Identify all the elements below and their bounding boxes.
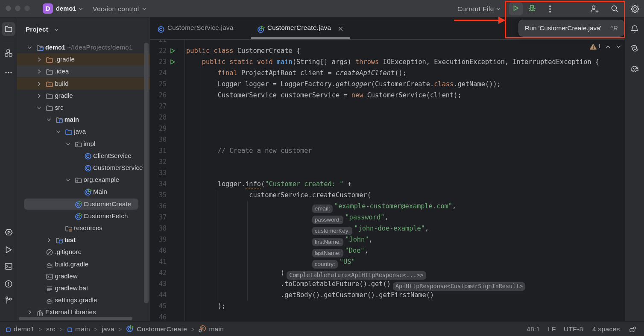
line-number[interactable]: 31: [150, 145, 167, 156]
line-number[interactable]: 45: [150, 301, 167, 312]
tab-CustomerCreate.java[interactable]: CustomerCreate.java: [267, 18, 331, 38]
line-number[interactable]: 29: [150, 123, 167, 134]
breadcrumb-item-demo1[interactable]: demo1: [14, 325, 35, 333]
line-number[interactable]: 42: [150, 267, 167, 278]
tree-row--idea[interactable]: .idea: [17, 65, 150, 77]
line-number[interactable]: 37: [150, 212, 167, 223]
window-close-button[interactable]: [6, 6, 11, 11]
tree-row-java[interactable]: java: [17, 126, 150, 137]
caret-position[interactable]: 48:1: [527, 321, 540, 336]
line-separator[interactable]: LF: [548, 321, 556, 336]
project-vertical-scrollbar[interactable]: [144, 43, 149, 303]
structure-icon[interactable]: [4, 49, 13, 57]
line-number[interactable]: 46: [150, 312, 167, 321]
line-number[interactable]: 24: [150, 67, 167, 79]
run-configuration-selector[interactable]: Current File: [457, 0, 494, 18]
line-number[interactable]: 28: [150, 112, 167, 123]
vcs-widget[interactable]: Version control: [93, 0, 139, 18]
notifications-icon[interactable]: [630, 24, 639, 34]
tab-CustomerService.java[interactable]: CustomerService.java: [167, 18, 234, 38]
tree-chevron-down-icon[interactable]: [65, 141, 71, 147]
breadcrumb-item-main[interactable]: main: [209, 325, 224, 333]
run-line-icon[interactable]: [170, 59, 176, 65]
tree-row--gitignore[interactable]: .gitignore: [17, 246, 150, 258]
run-line-icon[interactable]: [170, 48, 176, 54]
code-viewport[interactable]: 2122public class CustomerCreate {23 publ…: [150, 40, 625, 321]
services-icon[interactable]: [4, 228, 13, 237]
project-icon[interactable]: [4, 25, 13, 33]
tree-row-settings-gradle[interactable]: settings.gradle: [17, 294, 150, 306]
tree-row-main[interactable]: Main: [17, 186, 150, 198]
ai-assistant-icon[interactable]: [630, 44, 639, 53]
line-number[interactable]: 26: [150, 90, 167, 101]
git-icon[interactable]: [4, 296, 13, 304]
line-number[interactable]: 30: [150, 134, 167, 145]
line-number[interactable]: 35: [150, 190, 167, 201]
tree-row-impl[interactable]: impl: [17, 138, 150, 150]
tree-row-gradlew[interactable]: gradlew: [17, 270, 150, 282]
line-number[interactable]: 44: [150, 289, 167, 301]
tree-chevron-right-icon[interactable]: [36, 57, 42, 62]
tree-chevron-right-icon[interactable]: [36, 81, 42, 87]
tree-row-customercreate[interactable]: CustomerCreate: [17, 198, 150, 210]
tree-row-external-libraries[interactable]: External Libraries: [17, 306, 150, 318]
run-tool-icon[interactable]: [4, 245, 13, 254]
line-number[interactable]: 32: [150, 156, 167, 167]
project-panel-title[interactable]: Project: [26, 18, 48, 41]
tree-chevron-right-icon[interactable]: [36, 93, 42, 99]
breadcrumb[interactable]: demo1>src>main>java> CustomerCreate> m m…: [6, 321, 224, 336]
line-number[interactable]: 27: [150, 101, 167, 112]
line-number[interactable]: 21: [150, 40, 167, 45]
breadcrumb-item-main[interactable]: main: [75, 325, 90, 333]
tree-row-resources[interactable]: resources: [17, 222, 150, 234]
project-horizontal-scrollbar[interactable]: [19, 317, 132, 320]
tree-row-gradle[interactable]: gradle: [17, 90, 150, 102]
line-number[interactable]: 41: [150, 256, 167, 267]
settings-icon[interactable]: [631, 5, 639, 13]
terminal-icon[interactable]: [4, 262, 13, 271]
tree-row-org-example[interactable]: org.example: [17, 174, 150, 186]
project-avatar[interactable]: D: [43, 3, 53, 14]
tree-row-main[interactable]: main: [17, 114, 150, 126]
file-encoding[interactable]: UTF-8: [564, 321, 583, 336]
tree-row-customerfetch[interactable]: CustomerFetch: [17, 210, 150, 222]
line-number[interactable]: 36: [150, 201, 167, 212]
tree-row-gradlew-bat[interactable]: gradlew.bat: [17, 282, 150, 294]
tree-chevron-down-icon[interactable]: [65, 177, 71, 183]
line-number[interactable]: 34: [150, 178, 167, 190]
tree-row-build[interactable]: build: [17, 78, 150, 90]
tree-row--gradle[interactable]: .gradle: [17, 53, 150, 65]
line-number[interactable]: 22: [150, 45, 167, 56]
tree-row-clientservice[interactable]: ClientService: [17, 150, 150, 162]
window-zoom-button[interactable]: [24, 6, 30, 11]
tree-chevron-right-icon[interactable]: [27, 310, 32, 315]
lock-icon[interactable]: [629, 326, 636, 333]
line-number[interactable]: 43: [150, 278, 167, 289]
tree-chevron-down-icon[interactable]: [27, 45, 32, 50]
breadcrumb-item-src[interactable]: src: [46, 325, 56, 333]
tree-row-test[interactable]: test: [17, 234, 150, 246]
problems-icon[interactable]: [4, 280, 13, 288]
tree-chevron-down-icon[interactable]: [56, 129, 61, 134]
line-number[interactable]: 25: [150, 79, 167, 90]
indent-style[interactable]: 4 spaces: [592, 321, 620, 336]
project-widget[interactable]: demo1: [56, 0, 76, 18]
tree-chevron-right-icon[interactable]: [36, 69, 42, 74]
line-number[interactable]: 40: [150, 245, 167, 256]
window-minimize-button[interactable]: [15, 6, 20, 11]
tree-chevron-down-icon[interactable]: [46, 117, 52, 123]
line-number[interactable]: 39: [150, 234, 167, 245]
breadcrumb-item-CustomerCreate[interactable]: CustomerCreate: [137, 325, 187, 333]
tree-row-customerservice[interactable]: CustomerService: [17, 162, 150, 174]
tree-row-demo1[interactable]: demo1 ~/IdeaProjects/demo1: [17, 41, 150, 53]
line-number[interactable]: 38: [150, 223, 167, 234]
tree-row-build-gradle[interactable]: build.gradle: [17, 258, 150, 270]
line-number[interactable]: 33: [150, 167, 167, 178]
breadcrumb-item-java[interactable]: java: [102, 325, 114, 333]
line-number[interactable]: 23: [150, 56, 167, 67]
tree-row-src[interactable]: src: [17, 102, 150, 114]
tree-chevron-down-icon[interactable]: [36, 105, 42, 111]
tab-close-icon[interactable]: [338, 26, 343, 31]
tree-chevron-right-icon[interactable]: [46, 237, 52, 243]
more-tool-windows-icon[interactable]: [4, 70, 13, 76]
